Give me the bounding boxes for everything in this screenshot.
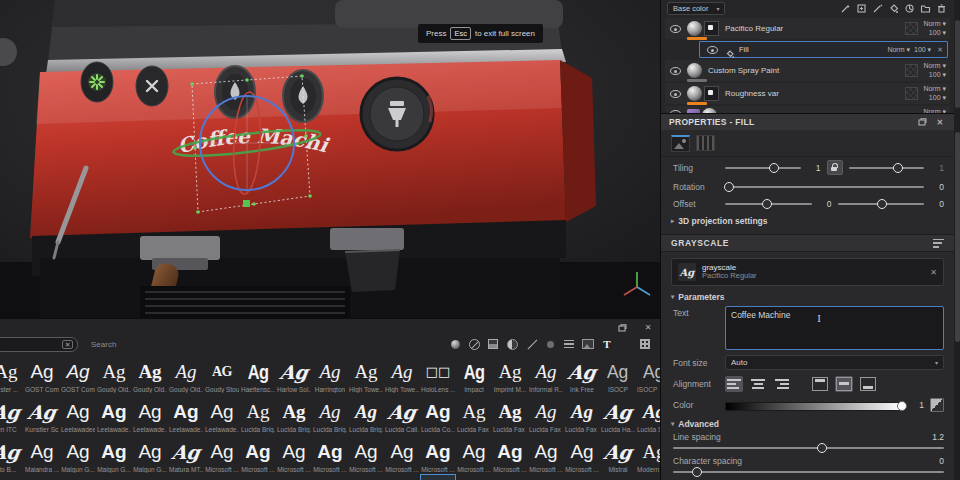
font-item[interactable]: AgMalgun G... xyxy=(132,434,168,474)
add-layer-icon[interactable] xyxy=(855,3,868,15)
paint-brush-icon[interactable] xyxy=(871,3,884,15)
font-item[interactable]: Ag xyxy=(24,474,60,480)
font-item[interactable]: Agcester ... xyxy=(0,354,24,394)
align-bottom-button[interactable] xyxy=(859,376,877,392)
trash-icon[interactable] xyxy=(935,3,948,15)
rotation-value[interactable]: 0 xyxy=(930,182,944,192)
align-middle-button[interactable] xyxy=(835,376,853,392)
font-item[interactable]: AgMalgun G... xyxy=(96,434,132,474)
align-right-button[interactable] xyxy=(773,376,791,392)
font-item[interactable]: AgKunstler Sc... xyxy=(24,394,60,434)
grid-view-icon[interactable] xyxy=(638,337,652,351)
visibility-eye-icon[interactable] xyxy=(707,44,718,55)
offset-slider-v[interactable] xyxy=(838,198,925,209)
font-item[interactable]: Ag xyxy=(492,474,528,480)
font-item[interactable]: Ag xyxy=(420,474,456,480)
font-item[interactable]: AgMicrosoft ... xyxy=(204,434,240,474)
font-item[interactable]: AgMicrosoft ... xyxy=(240,434,276,474)
font-item[interactable]: Ag xyxy=(204,474,240,480)
font-item[interactable]: AGGoudy Stout xyxy=(204,354,240,394)
font-item[interactable]: AgLucida Brig... xyxy=(348,394,384,434)
effect-wand-icon[interactable] xyxy=(839,3,852,15)
font-item[interactable]: AgMicrosoft ... xyxy=(312,434,348,474)
font-item[interactable]: AgMistral xyxy=(600,434,636,474)
font-item[interactable]: Ag xyxy=(96,474,132,480)
font-item[interactable]: AgLeelawade... xyxy=(132,394,168,434)
popout-panel-icon[interactable] xyxy=(916,117,928,127)
font-item[interactable]: AgInformal R... xyxy=(528,354,564,394)
blend-mode-dropdown[interactable]: Norm ▾ xyxy=(923,20,946,28)
font-item[interactable]: AgHarlow Sol... xyxy=(276,354,312,394)
offset-value-u[interactable]: 0 xyxy=(818,199,832,209)
filter-procedurals-icon[interactable] xyxy=(562,337,576,351)
clear-search-icon[interactable]: ✕ xyxy=(62,340,73,349)
font-item[interactable]: AgLucida Fax ... xyxy=(492,394,528,434)
tiling-slider-2[interactable] xyxy=(849,162,925,173)
font-item[interactable]: AgGoudy Old... xyxy=(96,354,132,394)
layer-fill-row-selected[interactable]: FillNorm ▾100 ▾✕ xyxy=(699,41,948,58)
tab-material-properties[interactable] xyxy=(671,135,690,152)
font-item[interactable]: AgLeelawade... xyxy=(204,394,240,434)
color-value[interactable]: 1 xyxy=(910,400,924,410)
viewport-3d[interactable]: Coffee Machine xyxy=(0,0,660,318)
opacity-dropdown[interactable]: 100 ▾ xyxy=(929,29,946,37)
tiling-value[interactable]: 1 xyxy=(807,163,821,173)
layer-row[interactable]: Roughness varNorm ▾100 ▾ xyxy=(665,83,950,104)
font-item[interactable]: AgMicrosoft ... xyxy=(528,434,564,474)
font-item[interactable]: Ag xyxy=(564,474,600,480)
filter-smart-masks-icon[interactable] xyxy=(486,337,500,351)
search-input[interactable]: ✕ xyxy=(0,337,78,352)
font-item[interactable]: AgGOST Com... xyxy=(24,354,60,394)
filter-list-icon[interactable] xyxy=(933,239,944,248)
visibility-eye-icon[interactable] xyxy=(670,65,681,76)
font-item[interactable]: Ag xyxy=(636,474,660,480)
font-item[interactable]: AgHigh Towe... xyxy=(384,354,420,394)
parameter-slider[interactable] xyxy=(673,442,944,453)
font-item[interactable]: AgISOCP xyxy=(600,354,636,394)
filter-brushes-icon[interactable] xyxy=(524,337,538,351)
filter-alphas-icon[interactable] xyxy=(505,337,519,351)
font-item[interactable]: AgMatura MT... xyxy=(168,434,204,474)
font-item[interactable]: Ag xyxy=(168,474,204,480)
smart-material-icon[interactable] xyxy=(903,3,916,15)
font-item[interactable]: AgLucida Call... xyxy=(384,394,420,434)
popout-panel-icon[interactable] xyxy=(616,323,628,333)
font-item[interactable]: AgLucida Co... xyxy=(420,394,456,434)
advanced-section[interactable]: ▾ Advanced xyxy=(661,415,954,431)
opacity-dropdown[interactable]: 100 ▾ xyxy=(929,94,946,102)
align-left-button[interactable] xyxy=(725,376,743,392)
font-item[interactable]: AgGOST Com... xyxy=(60,354,96,394)
font-item[interactable]: Ag xyxy=(132,474,168,480)
font-item[interactable]: Ag xyxy=(528,474,564,480)
font-item[interactable]: AgHarrington xyxy=(312,354,348,394)
close-panel-icon[interactable]: ✕ xyxy=(642,323,654,333)
close-panel-icon[interactable]: ✕ xyxy=(934,117,946,127)
tab-fill-properties[interactable] xyxy=(696,135,715,151)
fill-bucket-icon[interactable] xyxy=(887,3,900,15)
font-item[interactable]: AgMicrosoft ... xyxy=(564,434,600,474)
font-item[interactable]: AgLucida Fax ... xyxy=(456,394,492,434)
parameter-value[interactable]: 1.2 xyxy=(932,432,944,442)
font-item[interactable]: AgInk Free xyxy=(564,354,600,394)
folder-icon[interactable] xyxy=(919,3,932,15)
font-item[interactable]: AgHaettensc... xyxy=(240,354,276,394)
parameter-slider[interactable] xyxy=(673,466,944,477)
font-item[interactable]: AgLucida San... xyxy=(636,394,660,434)
font-item[interactable]: AgLeelawade... xyxy=(96,394,132,434)
opacity-dropdown[interactable]: 100 ▾ xyxy=(914,46,931,54)
parameters-section[interactable]: ▾ Parameters xyxy=(661,288,954,304)
color-grayscale-slider[interactable] xyxy=(725,400,904,411)
blend-mode-dropdown[interactable]: Norm ▾ xyxy=(923,85,946,93)
layer-row[interactable]: Custom Spray PaintNorm ▾100 ▾ xyxy=(665,60,950,81)
font-item[interactable]: Ag xyxy=(312,474,348,480)
channel-selector-dropdown[interactable]: Base color ▾ xyxy=(667,2,725,15)
font-item[interactable]: □□HoloLens ... xyxy=(420,354,456,394)
font-item[interactable]: AgMicrosoft ... xyxy=(492,434,528,474)
font-item[interactable]: AgLeelawade... xyxy=(168,394,204,434)
font-item[interactable]: AgGoudy Old... xyxy=(168,354,204,394)
font-item[interactable]: AgLucida Ha... xyxy=(600,394,636,434)
tiling-value-2[interactable]: 1 xyxy=(930,163,944,173)
layer-row[interactable]: Pacifico RegularNorm ▾100 ▾ xyxy=(665,18,950,39)
font-item[interactable]: AgImpact xyxy=(456,354,492,394)
font-item[interactable]: AgMicrosoft ... xyxy=(276,434,312,474)
